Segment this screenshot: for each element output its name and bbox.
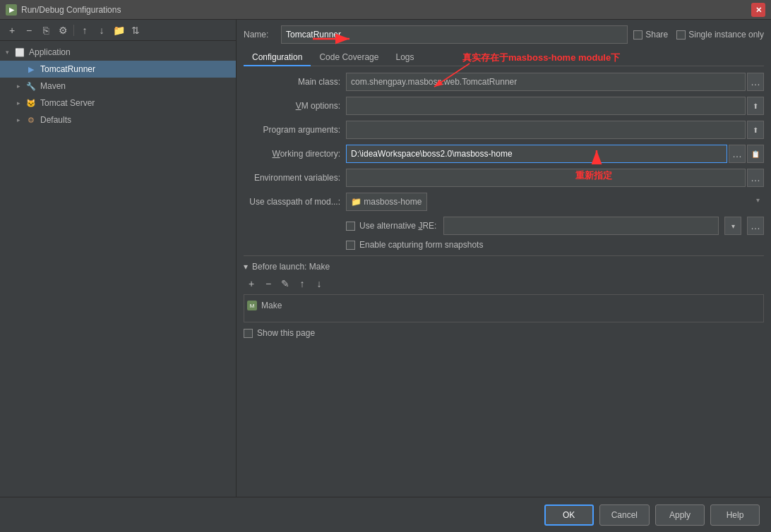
defaults-label: Defaults <box>40 115 71 125</box>
folder-button[interactable]: 📁 <box>111 23 126 38</box>
section-separator <box>244 255 764 256</box>
working-dir-row: Working directory: … 📋 <box>244 144 764 164</box>
tomcatserver-label: Tomcat Server <box>40 98 95 108</box>
main-class-label: Main class: <box>244 77 346 87</box>
make-icon: M <box>247 301 257 310</box>
cancel-button[interactable]: Cancel <box>599 504 650 526</box>
run-config-icon: ▶ <box>25 64 37 74</box>
before-launch-arrow: ▾ <box>244 262 248 272</box>
move-up-button[interactable]: ↑ <box>77 23 92 38</box>
single-instance-checkbox[interactable] <box>676 30 686 40</box>
bottom-bar: OK Cancel Apply Help <box>0 497 771 532</box>
before-launch-header: ▾ Before launch: Make <box>244 262 764 272</box>
alt-jre-browse-button[interactable]: … <box>747 217 764 235</box>
tab-configuration[interactable]: Configuration <box>244 49 311 66</box>
tree-item-application[interactable]: ▾ ⬜ Application <box>0 44 236 61</box>
vm-options-input[interactable] <box>346 97 746 115</box>
share-label: Share <box>645 30 668 40</box>
working-dir-input[interactable] <box>346 145 727 163</box>
left-panel: + − ⎘ ⚙ ↑ ↓ 📁 ⇅ ▾ ⬜ Application ▶ Tomcat… <box>0 20 237 497</box>
configuration-form: Main class: … VM options: ⬆ Program argu… <box>244 72 764 491</box>
main-class-input[interactable] <box>346 73 746 91</box>
configuration-tree: ▾ ⬜ Application ▶ TomcatRunner ▸ 🔧 Maven… <box>0 41 236 497</box>
tree-item-tomcatserver[interactable]: ▸ 🐱 Tomcat Server <box>0 95 236 111</box>
name-row: Name: Share Single instance only <box>244 25 764 44</box>
make-item: M Make <box>247 298 760 313</box>
maven-label: Maven <box>40 81 66 91</box>
tree-item-maven[interactable]: ▸ 🔧 Maven <box>0 78 236 95</box>
window-title: Run/Debug Configurations <box>21 5 121 15</box>
apply-button[interactable]: Apply <box>655 504 705 526</box>
copy-config-button[interactable]: ⎘ <box>38 23 54 38</box>
share-config-button[interactable]: ⚙ <box>55 23 71 38</box>
bl-add-button[interactable]: + <box>244 276 259 291</box>
options-right: Share Single instance only <box>633 30 764 40</box>
env-vars-row: Environment variables: … <box>244 168 764 188</box>
env-vars-browse-button[interactable]: … <box>747 169 764 187</box>
program-args-expand-button[interactable]: ⬆ <box>747 121 764 139</box>
name-input[interactable] <box>281 25 628 44</box>
show-page-label: Show this page <box>257 328 315 338</box>
tree-item-defaults[interactable]: ▸ ⚙ Defaults <box>0 111 236 128</box>
show-page-checkbox[interactable] <box>244 329 253 338</box>
left-toolbar: + − ⎘ ⚙ ↑ ↓ 📁 ⇅ <box>0 20 236 41</box>
bl-edit-button[interactable]: ✎ <box>277 276 293 291</box>
tomcat-icon: 🐱 <box>25 98 37 108</box>
single-instance-checkbox-label[interactable]: Single instance only <box>676 30 764 40</box>
help-button[interactable]: Help <box>710 504 760 526</box>
close-button[interactable]: ✕ <box>751 3 765 17</box>
maven-icon: 🔧 <box>25 81 37 91</box>
toolbar-separator <box>73 25 74 36</box>
alt-jre-dropdown-button[interactable]: ▾ <box>724 217 741 235</box>
share-checkbox-label[interactable]: Share <box>633 30 668 40</box>
tree-item-tomcatrunner[interactable]: ▶ TomcatRunner <box>0 61 236 78</box>
main-class-browse-button[interactable]: … <box>747 73 764 91</box>
remove-config-button[interactable]: − <box>21 23 37 38</box>
bl-remove-button[interactable]: − <box>261 276 276 291</box>
name-label: Name: <box>244 30 275 40</box>
program-args-row: Program arguments: ⬆ <box>244 120 764 140</box>
program-args-label: Program arguments: <box>244 125 346 135</box>
env-vars-input[interactable] <box>346 169 746 187</box>
bl-down-button[interactable]: ↓ <box>311 276 327 291</box>
show-page-row: Show this page <box>244 328 764 338</box>
capture-label: Enable capturing form snapshots <box>359 240 483 250</box>
working-dir-var-button[interactable]: 📋 <box>747 145 764 163</box>
make-label: Make <box>261 301 282 310</box>
select-arrow-icon: ▾ <box>756 196 760 204</box>
make-list: M Make <box>244 294 764 322</box>
capture-checkbox[interactable] <box>346 241 355 250</box>
application-group-icon: ⬜ <box>14 47 25 57</box>
bl-up-button[interactable]: ↑ <box>294 276 310 291</box>
ok-button[interactable]: OK <box>544 504 594 526</box>
app-icon: ▶ <box>6 4 17 16</box>
add-config-button[interactable]: + <box>4 23 20 38</box>
vm-options-row: VM options: ⬆ <box>244 96 764 116</box>
working-dir-browse-button[interactable]: … <box>729 145 746 163</box>
before-launch-section: ▾ Before launch: Make + − ✎ ↑ ↓ M Make <box>244 262 764 322</box>
title-bar: ▶ Run/Debug Configurations ✕ <box>0 0 771 20</box>
tab-logs[interactable]: Logs <box>387 49 422 66</box>
alt-jre-input[interactable] <box>443 217 719 235</box>
capture-row: Enable capturing form snapshots <box>244 240 764 250</box>
defaults-icon: ⚙ <box>25 115 37 125</box>
program-args-input[interactable] <box>346 121 746 139</box>
classpath-select[interactable]: 📁 masboss-home <box>346 193 427 211</box>
maven-arrow: ▸ <box>17 83 25 90</box>
sort-button[interactable]: ⇅ <box>128 23 143 38</box>
tomcatrunner-label: TomcatRunner <box>40 64 95 74</box>
application-group-label: Application <box>29 47 71 57</box>
share-checkbox[interactable] <box>633 30 642 40</box>
vm-options-expand-button[interactable]: ⬆ <box>747 97 764 115</box>
classpath-row: Use classpath of mod...: 📁 masboss-home … <box>244 192 764 212</box>
env-vars-label: Environment variables: <box>244 173 346 183</box>
tomcat-arrow: ▸ <box>17 99 25 107</box>
move-down-button[interactable]: ↓ <box>94 23 109 38</box>
alt-jre-checkbox[interactable] <box>346 222 355 231</box>
expand-arrow: ▾ <box>6 49 14 56</box>
vm-options-label: VM options: <box>244 101 346 111</box>
tab-bar: Configuration Code Coverage Logs <box>244 49 764 66</box>
classpath-select-wrapper: 📁 masboss-home ▾ <box>346 193 764 211</box>
tab-code-coverage[interactable]: Code Coverage <box>311 49 387 66</box>
working-dir-label: Working directory: <box>244 149 346 159</box>
